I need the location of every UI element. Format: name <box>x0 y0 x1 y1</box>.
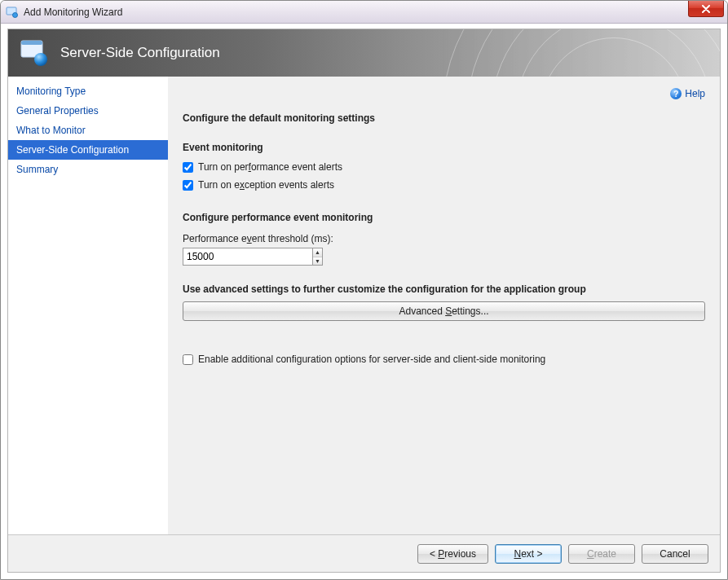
sidebar-item-general-properties[interactable]: General Properties <box>8 101 168 121</box>
threshold-spinner: ▲ ▼ <box>183 248 323 266</box>
exc-alerts-checkbox[interactable] <box>183 180 193 191</box>
event-monitoring-heading: Event monitoring <box>183 142 705 153</box>
close-button[interactable] <box>688 1 724 17</box>
threshold-label: Performance event threshold (ms): <box>183 233 705 244</box>
spinner-up[interactable]: ▲ <box>313 248 322 257</box>
next-button[interactable]: Next > <box>495 544 562 564</box>
sidebar-item-summary[interactable]: Summary <box>8 160 168 179</box>
advanced-settings-button[interactable]: Advanced Settings... <box>183 301 705 321</box>
perf-config-heading: Configure performance event monitoring <box>183 212 705 223</box>
enable-extra-label: Enable additional configuration options … <box>198 354 545 365</box>
create-button: Create <box>568 544 635 564</box>
perf-alerts-label: Turn on performance event alerts <box>198 161 342 173</box>
banner-icon <box>20 38 49 68</box>
enable-extra-row[interactable]: Enable additional configuration options … <box>183 354 705 365</box>
banner-decor <box>443 29 720 77</box>
banner-title: Server-Side Configuration <box>60 45 220 61</box>
sidebar: Monitoring Type General Properties What … <box>8 77 168 534</box>
previous-button[interactable]: < Previous <box>417 544 488 564</box>
threshold-input[interactable] <box>183 248 312 266</box>
sidebar-item-server-side-configuration[interactable]: Server-Side Configuration <box>8 140 168 160</box>
advanced-heading: Use advanced settings to further customi… <box>183 283 705 295</box>
wizard-footer: < Previous Next > Create Cancel <box>8 534 720 572</box>
titlebar: Add Monitoring Wizard <box>1 1 727 24</box>
svg-point-4 <box>34 53 47 66</box>
banner: Server-Side Configuration <box>8 29 720 77</box>
enable-extra-checkbox[interactable] <box>183 354 193 365</box>
spinner-down[interactable]: ▼ <box>313 257 322 266</box>
app-icon <box>6 6 19 19</box>
sidebar-item-monitoring-type[interactable]: Monitoring Type <box>8 81 168 101</box>
help-label: Help <box>685 88 705 99</box>
main-panel: ? Help Configure the default monitoring … <box>168 77 720 534</box>
svg-point-1 <box>13 12 18 17</box>
svg-rect-3 <box>21 41 42 45</box>
help-icon: ? <box>670 88 682 99</box>
perf-alerts-checkbox[interactable] <box>183 162 193 173</box>
spinner-buttons: ▲ ▼ <box>312 248 323 266</box>
window-title: Add Monitoring Wizard <box>24 7 122 18</box>
page-heading: Configure the default monitoring setting… <box>183 112 705 124</box>
help-link[interactable]: ? Help <box>670 88 705 99</box>
exc-alerts-row[interactable]: Turn on exception events alerts <box>183 179 705 191</box>
cancel-button[interactable]: Cancel <box>642 544 708 564</box>
body: Monitoring Type General Properties What … <box>8 77 720 534</box>
close-icon <box>701 5 711 13</box>
perf-alerts-row[interactable]: Turn on performance event alerts <box>183 161 705 173</box>
exc-alerts-label: Turn on exception events alerts <box>198 179 334 191</box>
sidebar-item-what-to-monitor[interactable]: What to Monitor <box>8 121 168 140</box>
wizard-shell: Server-Side Configuration Monitoring Typ… <box>7 29 721 573</box>
